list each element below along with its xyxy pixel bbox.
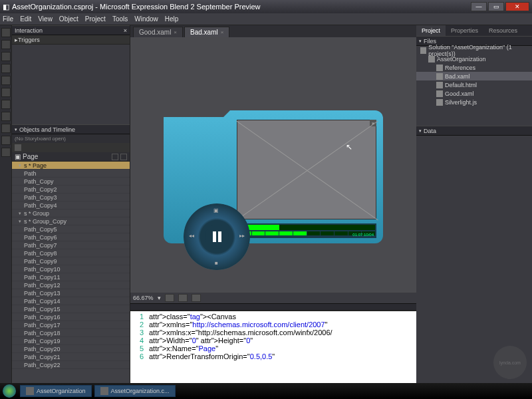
lock-icon[interactable] [120,154,127,160]
menu-tools[interactable]: Tools [112,15,128,23]
tree-item[interactable]: Path_Copy15 [12,305,130,313]
tree-item[interactable]: ▾s * Group_Copy [12,217,130,225]
tree-item[interactable]: Path_Copy16 [12,313,130,321]
objects-panel-header[interactable]: ▾ Objects and Timeline [12,124,130,134]
maximize-button[interactable]: ▭ [488,2,504,11]
tree-item[interactable]: Path_Copy5 [12,225,130,233]
page-row[interactable]: ▣ Page [12,152,130,162]
tree-item[interactable]: Path_Copy6 [12,233,130,241]
file-item[interactable]: References [416,63,532,72]
code-line[interactable]: 5 attr">x:Name="Page" [133,344,414,352]
menu-help[interactable]: Help [165,15,179,23]
code-line[interactable]: 2 attr">xmlns="http://schemas.microsoft.… [133,321,414,329]
artboard-scrollbar[interactable] [130,303,416,310]
tree-item[interactable]: ▾s * Group [12,209,130,217]
tree-item[interactable]: ▾s * Page [12,162,130,170]
triggers-header[interactable]: ▸ Triggers [12,35,130,45]
eyedropper-tool-icon[interactable] [1,76,11,85]
menu-view[interactable]: View [38,15,53,23]
data-panel-header[interactable]: ▾ Data [416,126,532,136]
tree-item[interactable]: Path_Copy2 [12,186,130,194]
asset-tool-icon[interactable] [1,148,11,157]
tree-item[interactable]: Path_Copy22 [12,361,130,369]
panel-tab-resources[interactable]: Resources [483,25,523,36]
taskbar-button[interactable]: AssetOrganization.c... [94,385,176,397]
prev-icon[interactable]: ◂◂ [189,233,194,239]
next-icon[interactable]: ▸▸ [239,233,245,239]
menu-project[interactable]: Project [85,15,106,23]
minimize-button[interactable]: — [471,2,487,11]
pause-button[interactable] [205,225,229,249]
zoom-tool-icon[interactable] [1,64,11,73]
files-tree[interactable]: Solution "AssetOrganization" (1 project(… [416,46,532,126]
file-item[interactable]: Silverlight.js [416,98,532,106]
rectangle-tool-icon[interactable] [1,112,11,121]
taskbar-button[interactable]: AssetOrganization [20,385,92,397]
file-item[interactable]: Good.xaml [416,89,532,98]
tree-item[interactable]: Path_Copy17 [12,321,130,329]
file-item[interactable]: Solution "AssetOrganization" (1 project(… [416,46,532,55]
menu-file[interactable]: File [3,15,13,23]
selection-tool-icon[interactable] [1,28,11,37]
tree-item[interactable]: Path_Copy8 [12,249,130,257]
direct-select-tool-icon[interactable] [1,40,11,49]
code-line[interactable]: 6 attr">RenderTransformOrigin="0.5,0.5" [133,352,414,360]
zoom-level[interactable]: 66.67% [133,295,154,301]
tree-item[interactable]: Path_Copy11 [12,273,130,281]
xaml-editor[interactable]: 1attr">class="tag"><Canvas2 attr">xmlns=… [130,310,416,383]
text-tool-icon[interactable] [1,136,11,145]
stop-icon[interactable]: ■ [215,260,218,266]
doc-tab[interactable]: Bad.xaml× [184,27,229,37]
code-line[interactable]: 3 attr">xmlns:x="http://schemas.microsof… [133,329,414,336]
close-icon[interactable]: × [221,29,224,35]
layout-tool-icon[interactable] [1,124,11,133]
menu-window[interactable]: Window [134,15,158,23]
objects-tree[interactable]: ▾s * PagePathPath_CopyPath_Copy2Path_Cop… [12,162,130,383]
file-icon [436,73,443,80]
visibility-icon[interactable] [112,154,118,160]
tree-item[interactable]: Path_Copy10 [12,265,130,273]
doc-tab[interactable]: Good.xaml× [133,27,183,37]
tree-item[interactable]: Path_Copy19 [12,337,130,345]
triggers-label: Triggers [18,37,40,43]
menu-object[interactable]: Object [59,15,78,23]
tree-item[interactable]: Path_Copy [12,178,130,186]
brush-tool-icon[interactable] [1,88,11,97]
tree-item[interactable]: Path_Copy4 [12,201,130,209]
pen-tool-icon[interactable] [1,100,11,109]
eject-icon[interactable]: ▣ [213,207,219,213]
interaction-panel-header[interactable]: Interaction × [12,25,130,35]
tree-item[interactable]: Path_Copy13 [12,289,130,297]
pan-tool-icon[interactable] [1,52,11,61]
effects-icon[interactable] [192,294,201,302]
tree-item[interactable]: Path [12,170,130,178]
chevron-down-icon: ▾ [419,128,422,134]
code-line[interactable]: 1attr">class="tag"><Canvas [133,313,414,321]
tree-item[interactable]: Path_Copy9 [12,257,130,265]
tree-item[interactable]: Path_Copy18 [12,329,130,337]
close-button[interactable]: ✕ [505,2,529,11]
panel-tab-project[interactable]: Project [416,25,446,36]
tree-item[interactable]: Path_Copy12 [12,281,130,289]
artboard[interactable]: DesignXAMLSplit ↖ × 01:07:10/04 [130,37,416,293]
code-line[interactable]: 4 attr">Width="0" attr">Height="0" [133,336,414,344]
tree-item[interactable]: Path_Copy7 [12,241,130,249]
tree-item[interactable]: Path_Copy20 [12,345,130,353]
new-icon[interactable] [15,144,21,151]
panel-tab-properties[interactable]: Properties [446,25,483,36]
grid-icon[interactable] [165,294,174,302]
progress-bar[interactable]: 01:07:10/04 [237,223,376,238]
tree-item[interactable]: Path_Copy21 [12,353,130,361]
media-player: × 01:07:10/04 ▣ ◂◂ ▸▸ [164,110,383,270]
close-icon[interactable]: × [174,29,177,35]
close-icon[interactable]: × [124,27,127,34]
tree-item[interactable]: Path_Copy3 [12,194,130,201]
tree-item[interactable]: Path_Copy14 [12,297,130,305]
snap-icon[interactable] [178,294,188,302]
start-button[interactable] [3,384,16,398]
file-item[interactable]: Default.html [416,80,532,89]
chevron-down-icon[interactable]: ▾ [158,295,161,301]
close-icon[interactable]: × [370,120,376,126]
file-item[interactable]: Bad.xaml [416,72,532,80]
menu-edit[interactable]: Edit [20,15,31,23]
